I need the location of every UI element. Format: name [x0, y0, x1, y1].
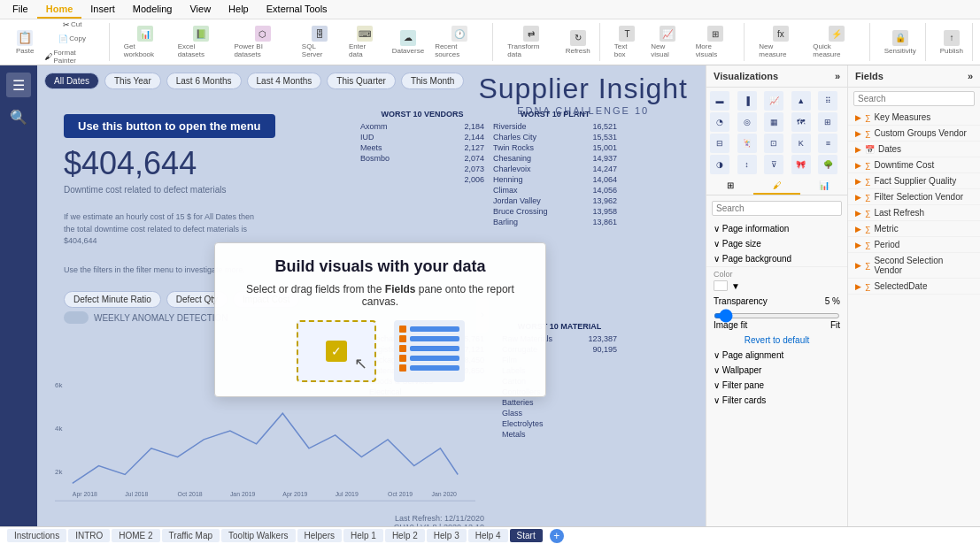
viz-icon-gauge[interactable]: ◑	[710, 155, 729, 174]
viz-search-input[interactable]	[712, 201, 842, 216]
paste-button[interactable]: 📋 Paste	[12, 28, 37, 57]
viz-icon-decomp[interactable]: 🌳	[818, 155, 837, 174]
refresh-button[interactable]: ↻Refresh	[562, 28, 594, 57]
filter-last-4-months[interactable]: Last 4 Months	[247, 73, 322, 89]
viz-icon-donut[interactable]: ◎	[737, 112, 757, 132]
viz-icon-slicer[interactable]: ≡	[818, 134, 837, 153]
viz-icon-treemap[interactable]: ▦	[764, 112, 783, 132]
text-box-button[interactable]: TText box	[611, 24, 644, 60]
status-tab-helpers[interactable]: Helpers	[297, 529, 342, 542]
viz-icon-areachart[interactable]: ▲	[791, 91, 811, 111]
viz-icon-pie[interactable]: ◔	[710, 112, 729, 132]
viz-icon-card[interactable]: 🃏	[737, 134, 757, 153]
viz-icon-barchart[interactable]: ▬	[710, 91, 729, 111]
status-tab-start[interactable]: Start	[510, 529, 543, 542]
enter-data-button[interactable]: ⌨Enter data	[345, 24, 385, 60]
field-group-item[interactable]: ▶∑Period	[848, 237, 980, 253]
tab-file[interactable]: File	[4, 1, 37, 19]
filter-this-year[interactable]: This Year	[104, 73, 161, 89]
more-visuals-button[interactable]: ⊞More visuals	[692, 24, 739, 60]
quick-measure-button[interactable]: ⚡Quick measure	[809, 24, 863, 60]
defect-minute-ratio-btn[interactable]: Defect Minute Ratio	[64, 291, 161, 308]
field-group-item[interactable]: ▶∑Fact Supplier Quality	[848, 173, 980, 189]
viz-icon-multicard[interactable]: ⊡	[764, 134, 783, 153]
viz-icon-ribbon[interactable]: 🎀	[791, 155, 811, 174]
tab-home[interactable]: Home	[37, 1, 82, 19]
field-group-item[interactable]: ▶∑Metric	[848, 221, 980, 237]
fields-panel-header: Fields »	[848, 65, 980, 88]
transparency-slider[interactable]	[714, 313, 840, 318]
field-group-item[interactable]: ▶∑Key Measures	[848, 110, 980, 126]
viz-icon-kpi[interactable]: K	[791, 134, 811, 153]
field-group-item[interactable]: ▶∑Last Refresh	[848, 205, 980, 221]
field-group-item[interactable]: ▶📅Dates	[848, 142, 980, 157]
transform-data-button[interactable]: ⇄Transform data	[504, 24, 558, 60]
powerbi-datasets-button[interactable]: ⬡Power BI datasets	[230, 24, 294, 60]
viz-icon-matrix[interactable]: ⊟	[710, 134, 729, 153]
tab-insert[interactable]: Insert	[81, 1, 124, 19]
field-group-item[interactable]: ▶∑Second Selection Vendor	[848, 253, 980, 279]
viz-analytics-tab[interactable]: 📊	[800, 178, 847, 195]
viz-fields-tab[interactable]: ⊞	[706, 178, 753, 195]
sidebar-search-icon[interactable]: 🔍	[6, 104, 31, 129]
status-tab-help-3[interactable]: Help 3	[427, 529, 467, 542]
viz-panel-expand-icon[interactable]: »	[835, 71, 840, 81]
filter-all-dates[interactable]: All Dates	[44, 73, 99, 89]
excel-datasets-button[interactable]: 📗Excel datasets	[174, 24, 228, 60]
sensitivity-button[interactable]: 🔒Sensitivity	[881, 28, 920, 57]
page-info-section[interactable]: ∨ Page information	[706, 221, 847, 236]
status-tab-help-1[interactable]: Help 1	[343, 529, 383, 542]
viz-icon-funnel[interactable]: ⊽	[764, 155, 783, 174]
sql-server-button[interactable]: 🗄SQL Server	[298, 24, 342, 60]
color-dropdown-icon[interactable]: ▼	[731, 281, 740, 291]
color-swatch[interactable]	[714, 280, 728, 291]
status-tab-home-2[interactable]: HOME 2	[112, 529, 159, 542]
filter-this-month[interactable]: This Month	[401, 73, 464, 89]
tab-view[interactable]: View	[181, 1, 220, 19]
status-tab-help-4[interactable]: Help 4	[468, 529, 508, 542]
filter-last-6-months[interactable]: Last 6 Months	[166, 73, 242, 89]
page-size-section[interactable]: ∨ Page size	[706, 236, 847, 251]
revert-button[interactable]: Revert to default	[745, 335, 809, 345]
filter-this-quarter[interactable]: This Quarter	[327, 73, 396, 89]
tab-help[interactable]: Help	[220, 1, 258, 19]
filter-pane-section[interactable]: ∨ Filter pane	[706, 378, 847, 393]
new-measure-button[interactable]: fxNew measure	[755, 24, 806, 60]
viz-icon-colchart[interactable]: ▐	[737, 91, 757, 111]
page-alignment-section[interactable]: ∨ Page alignment	[706, 348, 847, 363]
viz-icon-table[interactable]: ⊞	[818, 112, 837, 132]
viz-icon-waterfall[interactable]: ↕	[737, 155, 757, 174]
publish-button[interactable]: ↑Publish	[937, 28, 967, 57]
field-group-item[interactable]: ▶∑SelectedDate	[848, 279, 980, 295]
cut-button[interactable]: ✂Cut	[41, 19, 103, 31]
viz-icon-map[interactable]: 🗺	[791, 112, 811, 132]
sidebar-menu-icon[interactable]: ☰	[6, 73, 31, 97]
field-group-item[interactable]: ▶∑Custom Groups Vendor	[848, 126, 980, 142]
status-tab-instructions[interactable]: Instructions	[7, 529, 66, 542]
tab-external[interactable]: External Tools	[258, 1, 336, 19]
filter-cards-section[interactable]: ∨ Filter cards	[706, 393, 847, 408]
status-tab-help-2[interactable]: Help 2	[385, 529, 425, 542]
viz-format-tab[interactable]: 🖌	[753, 178, 800, 195]
open-menu-button[interactable]: Use this button to open the menu	[64, 114, 275, 138]
field-group-item[interactable]: ▶∑Filter Selection Vendor	[848, 189, 980, 205]
status-tab-intro[interactable]: INTRO	[68, 529, 110, 542]
viz-icon-scatter[interactable]: ⠿	[818, 91, 837, 111]
anomaly-toggle[interactable]	[64, 311, 89, 324]
fields-panel-expand-icon[interactable]: »	[968, 71, 973, 81]
wallpaper-section[interactable]: ∨ Wallpaper	[706, 363, 847, 378]
tab-modeling[interactable]: Modeling	[124, 1, 181, 19]
add-page-button[interactable]: +	[550, 529, 564, 543]
viz-icon-linechart[interactable]: 📈	[764, 91, 783, 111]
status-tab-traffic-map[interactable]: Traffic Map	[162, 529, 220, 542]
field-group-item[interactable]: ▶∑Downtime Cost	[848, 157, 980, 173]
fields-search-input[interactable]	[853, 91, 975, 106]
copy-button[interactable]: 📄Copy	[41, 33, 103, 45]
page-bg-section[interactable]: ∨ Page background	[706, 251, 847, 266]
dataverse-button[interactable]: ☁Dataverse	[389, 28, 428, 57]
new-visual-button[interactable]: 📈New visual	[647, 24, 688, 60]
get-workbook-button[interactable]: 📊Get workbook	[120, 24, 171, 60]
recent-sources-button[interactable]: 🕐Recent sources	[431, 24, 487, 60]
format-painter-button[interactable]: 🖌Format Painter	[41, 47, 103, 66]
status-tab-tooltip-walkers[interactable]: Tooltip Walkers	[221, 529, 295, 542]
